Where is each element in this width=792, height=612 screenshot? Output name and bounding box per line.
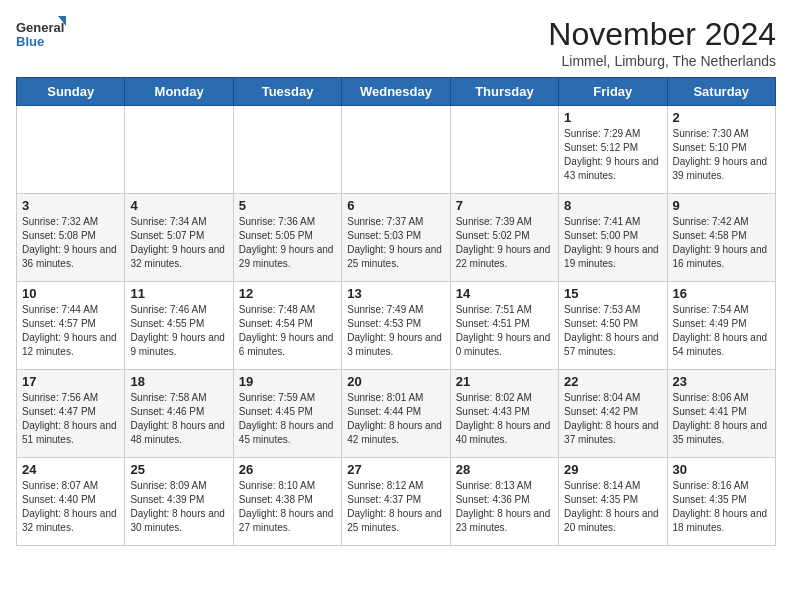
day-info: Sunrise: 8:04 AM Sunset: 4:42 PM Dayligh… [564,391,661,447]
day-cell: 7Sunrise: 7:39 AM Sunset: 5:02 PM Daylig… [450,194,558,282]
day-cell: 22Sunrise: 8:04 AM Sunset: 4:42 PM Dayli… [559,370,667,458]
week-row-2: 3Sunrise: 7:32 AM Sunset: 5:08 PM Daylig… [17,194,776,282]
title-area: November 2024 Limmel, Limburg, The Nethe… [548,16,776,69]
day-cell: 6Sunrise: 7:37 AM Sunset: 5:03 PM Daylig… [342,194,450,282]
header-row: Sunday Monday Tuesday Wednesday Thursday… [17,78,776,106]
day-cell: 11Sunrise: 7:46 AM Sunset: 4:55 PM Dayli… [125,282,233,370]
day-number: 30 [673,462,770,477]
day-cell [233,106,341,194]
day-number: 5 [239,198,336,213]
day-info: Sunrise: 7:49 AM Sunset: 4:53 PM Dayligh… [347,303,444,359]
day-cell: 13Sunrise: 7:49 AM Sunset: 4:53 PM Dayli… [342,282,450,370]
day-cell [342,106,450,194]
day-number: 15 [564,286,661,301]
day-number: 4 [130,198,227,213]
day-number: 8 [564,198,661,213]
day-cell: 1Sunrise: 7:29 AM Sunset: 5:12 PM Daylig… [559,106,667,194]
day-info: Sunrise: 7:51 AM Sunset: 4:51 PM Dayligh… [456,303,553,359]
day-info: Sunrise: 8:01 AM Sunset: 4:44 PM Dayligh… [347,391,444,447]
logo-svg: General Blue [16,16,66,56]
day-info: Sunrise: 7:30 AM Sunset: 5:10 PM Dayligh… [673,127,770,183]
day-number: 14 [456,286,553,301]
day-number: 18 [130,374,227,389]
day-number: 12 [239,286,336,301]
day-cell: 9Sunrise: 7:42 AM Sunset: 4:58 PM Daylig… [667,194,775,282]
col-tuesday: Tuesday [233,78,341,106]
day-info: Sunrise: 8:13 AM Sunset: 4:36 PM Dayligh… [456,479,553,535]
day-info: Sunrise: 8:06 AM Sunset: 4:41 PM Dayligh… [673,391,770,447]
col-wednesday: Wednesday [342,78,450,106]
day-number: 17 [22,374,119,389]
day-number: 9 [673,198,770,213]
day-cell: 21Sunrise: 8:02 AM Sunset: 4:43 PM Dayli… [450,370,558,458]
day-info: Sunrise: 7:59 AM Sunset: 4:45 PM Dayligh… [239,391,336,447]
col-saturday: Saturday [667,78,775,106]
day-info: Sunrise: 8:07 AM Sunset: 4:40 PM Dayligh… [22,479,119,535]
week-row-1: 1Sunrise: 7:29 AM Sunset: 5:12 PM Daylig… [17,106,776,194]
day-info: Sunrise: 8:14 AM Sunset: 4:35 PM Dayligh… [564,479,661,535]
day-number: 6 [347,198,444,213]
day-cell [17,106,125,194]
day-cell: 14Sunrise: 7:51 AM Sunset: 4:51 PM Dayli… [450,282,558,370]
calendar-table: Sunday Monday Tuesday Wednesday Thursday… [16,77,776,546]
logo: General Blue [16,16,66,56]
day-number: 27 [347,462,444,477]
day-cell: 27Sunrise: 8:12 AM Sunset: 4:37 PM Dayli… [342,458,450,546]
day-cell: 30Sunrise: 8:16 AM Sunset: 4:35 PM Dayli… [667,458,775,546]
day-info: Sunrise: 7:54 AM Sunset: 4:49 PM Dayligh… [673,303,770,359]
day-number: 25 [130,462,227,477]
week-row-5: 24Sunrise: 8:07 AM Sunset: 4:40 PM Dayli… [17,458,776,546]
day-number: 22 [564,374,661,389]
day-number: 2 [673,110,770,125]
day-info: Sunrise: 8:12 AM Sunset: 4:37 PM Dayligh… [347,479,444,535]
day-cell: 15Sunrise: 7:53 AM Sunset: 4:50 PM Dayli… [559,282,667,370]
day-info: Sunrise: 8:10 AM Sunset: 4:38 PM Dayligh… [239,479,336,535]
svg-text:General: General [16,20,64,35]
day-cell: 16Sunrise: 7:54 AM Sunset: 4:49 PM Dayli… [667,282,775,370]
day-cell: 18Sunrise: 7:58 AM Sunset: 4:46 PM Dayli… [125,370,233,458]
day-info: Sunrise: 7:42 AM Sunset: 4:58 PM Dayligh… [673,215,770,271]
day-number: 28 [456,462,553,477]
day-number: 7 [456,198,553,213]
calendar-body: 1Sunrise: 7:29 AM Sunset: 5:12 PM Daylig… [17,106,776,546]
week-row-3: 10Sunrise: 7:44 AM Sunset: 4:57 PM Dayli… [17,282,776,370]
day-info: Sunrise: 7:53 AM Sunset: 4:50 PM Dayligh… [564,303,661,359]
day-cell: 3Sunrise: 7:32 AM Sunset: 5:08 PM Daylig… [17,194,125,282]
day-info: Sunrise: 7:58 AM Sunset: 4:46 PM Dayligh… [130,391,227,447]
col-sunday: Sunday [17,78,125,106]
day-number: 10 [22,286,119,301]
day-cell [450,106,558,194]
day-number: 13 [347,286,444,301]
week-row-4: 17Sunrise: 7:56 AM Sunset: 4:47 PM Dayli… [17,370,776,458]
day-info: Sunrise: 8:02 AM Sunset: 4:43 PM Dayligh… [456,391,553,447]
day-info: Sunrise: 8:09 AM Sunset: 4:39 PM Dayligh… [130,479,227,535]
day-cell: 19Sunrise: 7:59 AM Sunset: 4:45 PM Dayli… [233,370,341,458]
day-number: 1 [564,110,661,125]
day-number: 24 [22,462,119,477]
day-number: 21 [456,374,553,389]
day-info: Sunrise: 7:48 AM Sunset: 4:54 PM Dayligh… [239,303,336,359]
calendar-header: Sunday Monday Tuesday Wednesday Thursday… [17,78,776,106]
svg-text:Blue: Blue [16,34,44,49]
day-cell: 28Sunrise: 8:13 AM Sunset: 4:36 PM Dayli… [450,458,558,546]
day-info: Sunrise: 7:36 AM Sunset: 5:05 PM Dayligh… [239,215,336,271]
day-info: Sunrise: 7:29 AM Sunset: 5:12 PM Dayligh… [564,127,661,183]
day-number: 23 [673,374,770,389]
day-info: Sunrise: 7:56 AM Sunset: 4:47 PM Dayligh… [22,391,119,447]
day-number: 11 [130,286,227,301]
day-cell [125,106,233,194]
day-info: Sunrise: 8:16 AM Sunset: 4:35 PM Dayligh… [673,479,770,535]
day-cell: 29Sunrise: 8:14 AM Sunset: 4:35 PM Dayli… [559,458,667,546]
day-cell: 10Sunrise: 7:44 AM Sunset: 4:57 PM Dayli… [17,282,125,370]
day-info: Sunrise: 7:44 AM Sunset: 4:57 PM Dayligh… [22,303,119,359]
day-cell: 20Sunrise: 8:01 AM Sunset: 4:44 PM Dayli… [342,370,450,458]
day-cell: 23Sunrise: 8:06 AM Sunset: 4:41 PM Dayli… [667,370,775,458]
day-cell: 8Sunrise: 7:41 AM Sunset: 5:00 PM Daylig… [559,194,667,282]
header: General Blue November 2024 Limmel, Limbu… [16,16,776,69]
day-number: 29 [564,462,661,477]
location-title: Limmel, Limburg, The Netherlands [548,53,776,69]
day-info: Sunrise: 7:46 AM Sunset: 4:55 PM Dayligh… [130,303,227,359]
day-number: 20 [347,374,444,389]
day-info: Sunrise: 7:32 AM Sunset: 5:08 PM Dayligh… [22,215,119,271]
day-cell: 5Sunrise: 7:36 AM Sunset: 5:05 PM Daylig… [233,194,341,282]
